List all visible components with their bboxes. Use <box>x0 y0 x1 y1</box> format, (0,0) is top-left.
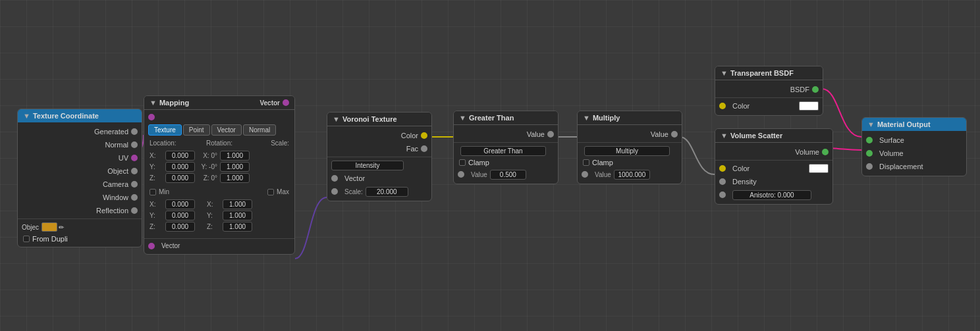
mult-value-label2: Value <box>595 171 611 178</box>
greater-than-node[interactable]: ▼ Greater Than Value Clamp Value <box>453 111 558 184</box>
voronoi-vector-row: Vector <box>327 172 431 185</box>
vs-anisotropy-input[interactable] <box>732 190 811 200</box>
voronoi-scale-input[interactable] <box>366 187 408 197</box>
vs-color-socket[interactable] <box>719 165 726 172</box>
object-row: Object <box>18 165 142 178</box>
texture-coordinate-node[interactable]: ▼ Texture Coordinate Generated Normal UV… <box>17 109 142 247</box>
mapping-vector-label: Vector <box>259 99 280 107</box>
mo-displacement-socket[interactable] <box>866 163 873 170</box>
collapse-arrow[interactable]: ▼ <box>867 120 875 128</box>
min-z[interactable] <box>165 222 195 232</box>
location-x[interactable] <box>165 151 195 161</box>
min-checkbox[interactable] <box>150 189 156 195</box>
collapse-arrow[interactable]: ▼ <box>23 112 30 120</box>
max-z[interactable] <box>223 222 252 232</box>
scale-z[interactable] <box>220 173 250 183</box>
voronoi-vector-socket[interactable] <box>331 175 338 182</box>
mult-value-socket[interactable] <box>671 131 678 138</box>
vs-density-label: Density <box>730 178 829 186</box>
mo-surface-socket[interactable] <box>866 137 873 143</box>
mapping-vector-output[interactable] <box>283 99 289 106</box>
voronoi-fac-socket[interactable] <box>421 145 427 152</box>
multiply-title: Multiply <box>593 114 620 122</box>
from-dupli-checkbox[interactable] <box>23 236 30 242</box>
bsdf-output-row: BSDF <box>715 83 823 96</box>
camera-socket[interactable] <box>131 181 138 188</box>
mapping-vector-in[interactable] <box>148 243 155 249</box>
transparent-color-row: Color <box>715 99 823 113</box>
uv-socket[interactable] <box>131 155 138 161</box>
collapse-arrow[interactable]: ▼ <box>459 114 466 122</box>
voronoi-color-row: Color <box>327 129 431 142</box>
transparent-bsdf-node[interactable]: ▼ Transparent BSDF BSDF Color <box>715 66 823 116</box>
vs-anisotropy-socket[interactable] <box>719 191 726 198</box>
collapse-arrow[interactable]: ▼ <box>583 114 590 122</box>
vs-density-socket[interactable] <box>719 178 726 185</box>
vs-anisotropy-row <box>715 188 832 201</box>
mult-value-input-socket[interactable] <box>582 171 588 178</box>
mo-volume-socket[interactable] <box>866 150 873 157</box>
gt-clamp-checkbox[interactable] <box>459 159 466 166</box>
gt-value-input-row: Value <box>454 168 558 181</box>
gt-value-input[interactable] <box>490 170 526 180</box>
tab-point[interactable]: Point <box>183 124 210 136</box>
divider <box>578 142 682 143</box>
object-swatch[interactable] <box>41 222 57 232</box>
multiply-node[interactable]: ▼ Multiply Value Clamp Value <box>577 111 682 184</box>
mapping-tabs: Texture Point Vector Normal <box>144 122 294 138</box>
min-y[interactable] <box>165 211 195 220</box>
vs-volume-socket[interactable] <box>822 149 829 155</box>
collapse-arrow[interactable]: ▼ <box>150 99 157 107</box>
collapse-arrow[interactable]: ▼ <box>721 69 728 77</box>
transparent-color-swatch[interactable] <box>799 101 819 111</box>
intensity-input[interactable] <box>331 161 404 170</box>
mult-value-input[interactable] <box>614 170 650 180</box>
transparent-color-socket[interactable] <box>719 103 726 109</box>
collapse-arrow[interactable]: ▼ <box>721 132 728 140</box>
gt-value-socket[interactable] <box>547 131 554 138</box>
generated-socket[interactable] <box>131 128 138 135</box>
min-x[interactable] <box>165 199 195 209</box>
location-z[interactable] <box>165 173 195 183</box>
voronoi-color-socket[interactable] <box>421 132 427 139</box>
gt-label-input[interactable] <box>460 146 546 156</box>
mo-volume-label: Volume <box>877 149 962 157</box>
normal-socket[interactable] <box>131 141 138 148</box>
volume-scatter-node[interactable]: ▼ Volume Scatter Volume Color Density <box>715 128 833 205</box>
tab-vector[interactable]: Vector <box>211 124 242 136</box>
gt-clamp-row: Clamp <box>454 157 558 168</box>
mult-value-label: Value <box>582 130 671 138</box>
reflection-socket[interactable] <box>131 207 138 214</box>
max-x[interactable] <box>223 199 252 209</box>
mapping-node[interactable]: ▼ Mapping Vector Texture Point Vector No… <box>144 95 295 255</box>
tab-normal[interactable]: Normal <box>243 124 276 136</box>
max-y[interactable] <box>223 211 252 220</box>
mo-volume-row: Volume <box>862 147 966 160</box>
mult-label-input[interactable] <box>584 146 670 156</box>
window-label: Window <box>22 193 131 201</box>
mapping-vector-input[interactable] <box>148 114 155 120</box>
generated-row: Generated <box>18 125 142 138</box>
object-socket[interactable] <box>131 168 138 174</box>
voronoi-header: ▼ Voronoi Texture <box>327 113 431 126</box>
max-checkbox[interactable] <box>267 189 274 195</box>
vs-density-row: Density <box>715 175 832 188</box>
material-output-title: Material Output <box>877 120 931 128</box>
scale-x[interactable] <box>220 151 250 161</box>
bsdf-socket[interactable] <box>812 86 819 93</box>
window-socket[interactable] <box>131 194 138 201</box>
scale-y[interactable] <box>220 162 250 172</box>
mult-clamp-checkbox[interactable] <box>583 159 589 166</box>
pencil-icon[interactable]: ✏ <box>59 224 64 231</box>
material-output-node[interactable]: ▼ Material Output Surface Volume Displac… <box>861 117 967 176</box>
location-y[interactable] <box>165 162 195 172</box>
tab-texture[interactable]: Texture <box>148 124 182 136</box>
voronoi-node[interactable]: ▼ Voronoi Texture Color Fac Vector Scale… <box>327 112 432 201</box>
collapse-arrow[interactable]: ▼ <box>333 115 340 123</box>
voronoi-scale-socket[interactable] <box>331 188 338 195</box>
object-data-row: Objec ✏ <box>18 220 142 234</box>
vs-color-swatch[interactable] <box>809 164 829 173</box>
location-label: Location: <box>150 140 194 147</box>
texture-coordinate-title: Texture Coordinate <box>33 112 99 120</box>
gt-value-input-socket[interactable] <box>458 171 464 178</box>
